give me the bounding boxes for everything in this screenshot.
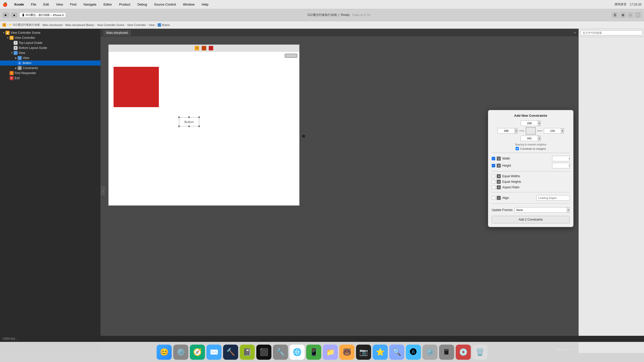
menu-editor[interactable]: Editor: [102, 2, 114, 7]
dock-app-sysprefs[interactable]: ⚙️: [173, 345, 188, 360]
nav-toggle[interactable]: ☰: [612, 12, 618, 18]
height-value-field[interactable]: [552, 164, 570, 167]
app-name[interactable]: Xcode: [13, 2, 25, 7]
bottom-spacing-input[interactable]: ▾: [521, 136, 541, 141]
util-toggle[interactable]: □: [628, 12, 633, 18]
dock-app-chrome[interactable]: 🌐: [290, 345, 305, 360]
bc-item-5[interactable]: View Controller: [127, 23, 146, 26]
width-value-field[interactable]: [552, 157, 570, 160]
right-spacing-field[interactable]: [544, 129, 561, 132]
dock-app-finder[interactable]: 😊: [157, 345, 172, 360]
handle-tr[interactable]: [198, 116, 200, 118]
align-checkbox[interactable]: [492, 196, 495, 200]
sidebar-item-top-layout[interactable]: T Top Layout Guide: [0, 40, 100, 45]
menu-help[interactable]: Help: [200, 2, 210, 7]
right-spacing-arrow[interactable]: ▾: [561, 128, 564, 133]
update-frames-arrow[interactable]: ▾: [567, 207, 569, 213]
update-frames-select[interactable]: ▾: [515, 207, 570, 213]
constrain-margins-checkbox[interactable]: [516, 147, 519, 150]
fullscreen[interactable]: ⛶: [635, 12, 641, 18]
height-value-input[interactable]: ▾: [552, 163, 570, 168]
height-checkbox[interactable]: [492, 164, 495, 167]
dock-app-appstore[interactable]: 🅐: [406, 345, 421, 360]
menu-product[interactable]: Product: [118, 2, 132, 7]
dock-app-iphoto[interactable]: ⭐: [373, 345, 388, 360]
equal-heights-checkbox[interactable]: [492, 180, 495, 184]
add-tab-button[interactable]: +: [574, 31, 576, 35]
sidebar-item-vc[interactable]: ⬡ View Controller: [0, 35, 100, 40]
vc-frame[interactable]: ☀ ⬡ ▷ Button: [108, 44, 300, 206]
dock-app-toast[interactable]: 💿: [456, 345, 471, 360]
dock-app-onenote[interactable]: 📓: [240, 345, 255, 360]
sidebar-item-exit[interactable]: ✕ Exit: [0, 76, 100, 81]
bc-item-7[interactable]: Button: [162, 23, 170, 26]
left-spacing-field[interactable]: [498, 129, 515, 132]
canvas-tab-storyboard[interactable]: Main.storyboard: [103, 30, 131, 36]
dock-app-simulator[interactable]: 📱: [306, 345, 321, 360]
bc-item-4[interactable]: View Controller Scene: [97, 23, 124, 26]
dock-app-xcode[interactable]: 🔨: [223, 345, 238, 360]
red-square-view[interactable]: [114, 67, 159, 107]
bottom-spacing-arrow[interactable]: ▾: [538, 136, 541, 141]
dock-app-mail[interactable]: ✉️: [206, 345, 222, 360]
bc-item-1[interactable]: 012通过约束执行动画: [13, 23, 40, 27]
equal-widths-checkbox[interactable]: [492, 174, 495, 178]
menu-find[interactable]: Find: [68, 2, 78, 7]
aspect-ratio-checkbox[interactable]: [492, 186, 495, 189]
sidebar-item-button[interactable]: B Button: [0, 61, 100, 66]
menu-debug[interactable]: Debug: [136, 2, 149, 7]
dock-app-preview[interactable]: 🔍: [389, 345, 404, 360]
align-value-input[interactable]: ▾: [536, 195, 570, 201]
dock-app-more[interactable]: 🐻: [339, 345, 354, 360]
width-value-input[interactable]: ▾: [552, 156, 570, 161]
bc-item-3[interactable]: Main.storyboard (Base): [65, 23, 94, 26]
stop-button[interactable]: ■: [11, 13, 17, 18]
sidebar-item-first-responder[interactable]: ⚡ First Responder: [0, 71, 100, 76]
menu-navigate[interactable]: Navigate: [82, 2, 98, 7]
dock-app-syspref2[interactable]: ⚙️: [422, 345, 438, 360]
handle-br[interactable]: [198, 126, 200, 127]
top-spacing-arrow[interactable]: ▾: [538, 121, 541, 126]
dock-app-tools[interactable]: 🔧: [273, 345, 288, 360]
dock-app-calc[interactable]: 🖩: [439, 345, 454, 360]
bc-item-6[interactable]: View: [149, 23, 155, 26]
menu-view[interactable]: View: [54, 2, 64, 7]
bc-item-2[interactable]: Main.storyboard: [43, 23, 62, 26]
sidebar-item-view-parent[interactable]: □ View: [0, 50, 100, 55]
debug-toggle[interactable]: ⊞: [620, 12, 626, 18]
sidebar-item-view-child[interactable]: □ View: [0, 55, 100, 61]
menu-source-control[interactable]: Source Control: [153, 2, 177, 7]
button-widget[interactable]: Button: [179, 117, 199, 126]
menu-file[interactable]: File: [29, 2, 38, 7]
dock-app-safari[interactable]: 🧭: [190, 345, 205, 360]
handle-bl[interactable]: [178, 126, 180, 127]
dock-app-filezilla[interactable]: 📁: [323, 345, 338, 360]
canvas-content[interactable]: ☀ ⬡ ▷ Button: [101, 37, 579, 353]
width-checkbox[interactable]: [492, 157, 495, 160]
search-input[interactable]: [580, 30, 642, 35]
apple-menu[interactable]: 🍎: [3, 2, 8, 7]
handle-tl[interactable]: [178, 116, 180, 118]
dock-app-terminal[interactable]: ⬛: [256, 345, 271, 360]
align-value-field[interactable]: [537, 196, 570, 199]
sidebar-item-bottom-layout[interactable]: B Bottom Layout Guide: [0, 45, 100, 50]
top-spacing-input[interactable]: ▾: [521, 120, 541, 126]
dock-app-trash[interactable]: 🗑️: [472, 345, 487, 360]
menu-edit[interactable]: Edit: [42, 2, 50, 7]
handle-tc[interactable]: [188, 116, 190, 118]
dock-app-camera[interactable]: 📷: [356, 345, 371, 360]
update-frames-field[interactable]: [515, 208, 567, 212]
left-spacing-arrow[interactable]: ▾: [515, 128, 517, 133]
scheme-selector[interactable]: 📱 012通过…执行动画 ▸ iPhone 6: [19, 12, 66, 18]
add-constraints-button[interactable]: Add 2 Constraints: [492, 216, 570, 223]
right-spacing-input[interactable]: ▾: [544, 128, 564, 134]
menu-window[interactable]: Window: [182, 2, 196, 7]
left-spacing-input[interactable]: ▾: [497, 128, 518, 134]
run-button[interactable]: ▶: [3, 12, 9, 18]
vc-body[interactable]: Button: [109, 52, 299, 205]
sidebar-item-constraints[interactable]: ⊟ Constraints: [0, 66, 100, 71]
sidebar-item-vc-scene[interactable]: ■ View Controller Scene: [0, 30, 100, 35]
bottom-spacing-field[interactable]: [521, 137, 538, 140]
handle-bc[interactable]: [188, 126, 190, 127]
top-spacing-field[interactable]: [521, 122, 538, 125]
